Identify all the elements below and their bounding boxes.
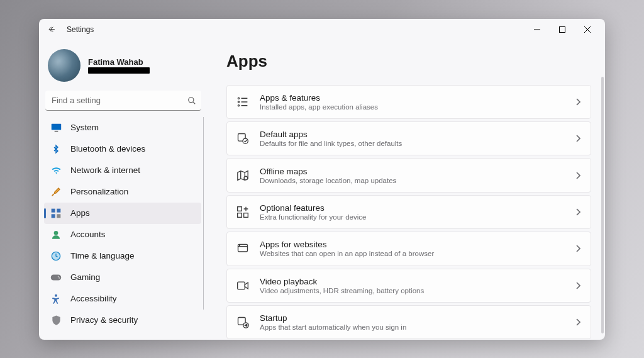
sidebar-item-privacy[interactable]: Privacy & security <box>44 310 201 331</box>
sidebar-item-label: Network & internet <box>70 165 140 175</box>
minimize-button[interactable] <box>525 20 550 40</box>
svg-rect-20 <box>238 207 242 211</box>
display-icon <box>50 122 62 133</box>
svg-rect-6 <box>52 214 55 218</box>
svg-rect-4 <box>52 208 55 212</box>
card-title: Startup <box>260 313 575 323</box>
main-scrollbar[interactable] <box>601 77 604 333</box>
close-button[interactable] <box>575 20 600 40</box>
page-title: Apps <box>226 52 600 71</box>
minimize-icon <box>534 26 540 33</box>
maximize-button[interactable] <box>550 20 575 40</box>
card-optional-features[interactable]: Optional features Extra functionality fo… <box>226 195 591 229</box>
card-default-apps[interactable]: Default apps Defaults for file and link … <box>226 121 591 155</box>
svg-point-12 <box>58 277 60 278</box>
svg-rect-3 <box>54 130 58 131</box>
sidebar-item-accounts[interactable]: Accounts <box>44 224 201 245</box>
search-input[interactable] <box>45 91 201 111</box>
card-offline-maps[interactable]: Offline maps Downloads, storage location… <box>226 158 591 192</box>
sidebar-item-bluetooth[interactable]: Bluetooth & devices <box>44 138 201 160</box>
svg-rect-5 <box>57 208 60 212</box>
main-content: Apps Apps & features Installed apps, app… <box>208 40 605 340</box>
nav-list: System Bluetooth & devices Network & int… <box>43 117 204 340</box>
card-title: Apps for websites <box>260 240 575 249</box>
svg-point-8 <box>54 231 58 235</box>
sidebar-item-label: Accounts <box>70 230 106 239</box>
list-icon <box>236 95 250 109</box>
card-subtitle: Video adjustments, HDR streaming, batter… <box>260 287 575 294</box>
sidebar-item-label: Gaming <box>70 272 100 282</box>
shield-icon <box>50 315 62 326</box>
svg-point-19 <box>244 176 248 180</box>
svg-point-1 <box>189 97 194 102</box>
svg-point-11 <box>58 276 59 277</box>
sidebar-item-apps[interactable]: Apps <box>44 203 201 224</box>
titlebar: Settings <box>39 19 605 40</box>
back-button[interactable] <box>44 22 59 37</box>
startup-icon <box>236 315 250 329</box>
card-subtitle: Downloads, storage location, map updates <box>260 177 575 184</box>
close-icon <box>584 26 591 33</box>
card-title: Video playback <box>260 277 575 286</box>
sidebar-item-gaming[interactable]: Gaming <box>44 267 201 288</box>
person-icon <box>50 229 62 240</box>
sidebar-item-network[interactable]: Network & internet <box>44 160 201 181</box>
sidebar-item-label: Apps <box>70 208 90 218</box>
paintbrush-icon <box>50 186 62 198</box>
card-title: Apps & features <box>260 93 575 103</box>
card-apps-for-websites[interactable]: Apps for websites Websites that can open… <box>226 232 591 266</box>
sidebar-item-accessibility[interactable]: Accessibility <box>44 288 201 310</box>
card-startup[interactable]: Startup Apps that start automatically wh… <box>226 305 591 339</box>
sidebar-item-label: Time & language <box>70 251 135 260</box>
card-title: Optional features <box>260 203 575 213</box>
apps-icon <box>50 208 62 219</box>
chevron-right-icon <box>575 245 580 252</box>
svg-rect-0 <box>560 26 565 32</box>
svg-rect-21 <box>238 213 242 218</box>
sidebar-item-label: System <box>70 123 99 132</box>
globe-clock-icon <box>50 250 62 262</box>
maximize-icon <box>559 26 565 33</box>
grid-plus-icon <box>236 205 250 219</box>
sidebar-item-label: Bluetooth & devices <box>70 144 145 154</box>
card-title: Default apps <box>260 130 575 139</box>
bluetooth-icon <box>50 143 62 155</box>
sidebar-item-personalization[interactable]: Personalization <box>44 181 201 203</box>
svg-point-14 <box>238 98 239 99</box>
sidebar-item-system[interactable]: System <box>44 117 201 138</box>
chevron-right-icon <box>575 172 580 179</box>
chevron-right-icon <box>575 135 580 142</box>
profile-name: Fatima Wahab <box>88 57 150 67</box>
gamepad-icon <box>50 272 62 283</box>
sidebar-item-time-language[interactable]: Time & language <box>44 245 201 267</box>
default-apps-icon <box>236 131 250 145</box>
avatar <box>48 49 80 82</box>
sidebar-item-label: Privacy & security <box>70 315 138 325</box>
svg-rect-22 <box>244 213 248 218</box>
sidebar-item-label: Personalization <box>70 187 128 196</box>
card-subtitle: Apps that start automatically when you s… <box>260 323 575 331</box>
svg-point-13 <box>55 294 57 296</box>
svg-rect-2 <box>51 123 60 130</box>
chevron-right-icon <box>575 318 580 326</box>
chevron-right-icon <box>575 282 580 289</box>
window-title: Settings <box>67 25 94 34</box>
settings-card-list: Apps & features Installed apps, app exec… <box>226 85 600 340</box>
svg-point-24 <box>240 245 240 246</box>
accessibility-icon <box>50 293 62 305</box>
map-icon <box>236 169 250 182</box>
wifi-icon <box>50 165 62 176</box>
profile-block[interactable]: Fatima Wahab <box>43 45 204 91</box>
card-video-playback[interactable]: Video playback Video adjustments, HDR st… <box>226 269 591 303</box>
sidebar-item-label: Accessibility <box>70 294 117 303</box>
apps-websites-icon <box>236 242 250 255</box>
video-icon <box>236 279 250 293</box>
profile-subtext-redacted <box>88 67 150 74</box>
card-subtitle: Extra functionality for your device <box>260 213 575 221</box>
card-apps-features[interactable]: Apps & features Installed apps, app exec… <box>226 85 591 119</box>
sidebar-scrollbar[interactable] <box>203 117 204 310</box>
card-title: Offline maps <box>260 167 575 176</box>
card-subtitle: Installed apps, app execution aliases <box>260 103 575 111</box>
svg-point-15 <box>238 101 239 103</box>
svg-point-16 <box>238 104 239 106</box>
